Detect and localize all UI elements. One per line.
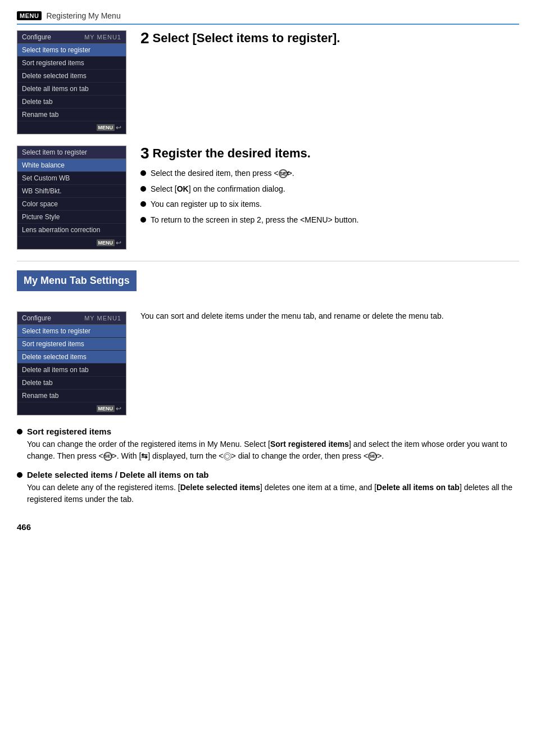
- step2-number: 2: [140, 30, 149, 46]
- step2-title: 2 Select [Select items to register].: [140, 30, 519, 46]
- step3-menu-text-icon: MENU: [97, 239, 115, 246]
- delete-bullet-title: Delete selected items / Delete all items…: [27, 470, 519, 479]
- step2-menu-item-1[interactable]: Sort registered items: [17, 57, 126, 70]
- step3-bullet-list: Select the desired item, then press <SET…: [140, 168, 519, 225]
- delete-bullet-content: Delete selected items / Delete all items…: [27, 470, 519, 505]
- step3-menu-back-arrow: ↩: [116, 239, 121, 247]
- delete-bullet-dot: [17, 472, 22, 478]
- step3-menu-icon: MENU ↩: [97, 239, 122, 247]
- step2-camera-menu: Configure MY MENU1 Select items to regis…: [17, 30, 126, 134]
- bullet-item-3: To return to the screen in step 2, press…: [140, 215, 519, 226]
- bullet-item-2: You can register up to six items.: [140, 199, 519, 210]
- set-icon: SET: [279, 169, 288, 178]
- section-menu-item-1[interactable]: Sort registered items: [17, 338, 126, 351]
- sort-bullet-content: Sort registered items You can change the…: [27, 427, 519, 462]
- section-menu-panel: Configure MY MENU1 Select items to regis…: [17, 311, 129, 415]
- bullet-text-1: Select [OK] on the confirmation dialog.: [151, 184, 519, 195]
- bullet-text-2: You can register up to six items.: [151, 199, 519, 210]
- step2-menu-item-3[interactable]: Delete all items on tab: [17, 83, 126, 96]
- page-footer: 466: [17, 522, 519, 532]
- step3-menu-header: Select item to register: [17, 146, 126, 159]
- bullet-dot-3: [140, 217, 146, 223]
- section-menu-footer: MENU ↩: [17, 402, 126, 415]
- section-row: Configure MY MENU1 Select items to regis…: [17, 311, 519, 415]
- section-menu-icon: MENU ↩: [97, 405, 122, 413]
- step2-menu-footer: MENU ↩: [17, 121, 126, 134]
- menu-back-arrow: ↩: [116, 124, 121, 132]
- step2-title-text: Select [Select items to register].: [153, 31, 340, 46]
- bullet-dot-2: [140, 201, 146, 207]
- page-number: 466: [17, 522, 31, 532]
- step2-menu-header-right: MY MENU1: [84, 34, 121, 40]
- section-menu-header: Configure MY MENU1: [17, 312, 126, 325]
- step3-menu-item-2[interactable]: WB Shift/Bkt.: [17, 185, 126, 198]
- step2-menu-header: Configure MY MENU1: [17, 31, 126, 44]
- section-menu-item-0[interactable]: Select items to register: [17, 325, 126, 338]
- section-menu-item-5[interactable]: Rename tab: [17, 390, 126, 402]
- section-menu-item-4[interactable]: Delete tab: [17, 377, 126, 390]
- my-menu-section: My Menu Tab Settings: [17, 270, 519, 300]
- step3-camera-menu: Select item to register White balance Se…: [17, 146, 126, 250]
- step3-content: 3 Register the desired items. Select the…: [140, 146, 519, 230]
- step3-menu-footer: MENU ↩: [17, 237, 126, 249]
- step3-menu-header-left: Select item to register: [22, 148, 87, 156]
- step3-menu-item-1[interactable]: Set Custom WB: [17, 172, 126, 185]
- section-camera-menu: Configure MY MENU1 Select items to regis…: [17, 311, 126, 415]
- step2-menu-icon: MENU ↩: [97, 124, 122, 132]
- section-description-text: You can sort and delete items under the …: [140, 311, 519, 320]
- bullet-item-0: Select the desired item, then press <SET…: [140, 168, 519, 179]
- delete-bullet: Delete selected items / Delete all items…: [17, 470, 519, 505]
- menu-badge: MENU: [17, 11, 42, 20]
- sort-set-icon: SET: [103, 452, 112, 461]
- page-header: MENU Registering My Menu: [17, 11, 519, 25]
- step2-menu-panel: Configure MY MENU1 Select items to regis…: [17, 30, 129, 134]
- step2-menu-item-2[interactable]: Delete selected items: [17, 70, 126, 83]
- section-menu-item-3[interactable]: Delete all items on tab: [17, 364, 126, 377]
- header-title: Registering My Menu: [46, 11, 120, 20]
- section-menu-item-2[interactable]: Delete selected items: [17, 351, 126, 364]
- step2-content: 2 Select [Select items to register].: [140, 30, 519, 53]
- step3-menu-item-3[interactable]: Color space: [17, 198, 126, 211]
- section-menu-text-icon: MENU: [97, 405, 115, 412]
- step2-menu-item-4[interactable]: Delete tab: [17, 96, 126, 108]
- bullet-dot-0: [140, 170, 146, 176]
- sort-bullet-text: You can change the order of the register…: [27, 438, 519, 462]
- bullet-text-3: To return to the screen in step 2, press…: [151, 215, 519, 226]
- lower-sections: Sort registered items You can change the…: [17, 427, 519, 505]
- step3-row: Select item to register White balance Se…: [17, 146, 519, 250]
- step3-title: 3 Register the desired items.: [140, 146, 519, 161]
- dial-icon: ◯: [224, 452, 231, 460]
- sort-set-icon2: SET: [368, 452, 377, 461]
- step3-menu-panel: Select item to register White balance Se…: [17, 146, 129, 250]
- step3-menu-item-0[interactable]: White balance: [17, 159, 126, 172]
- sort-bullet: Sort registered items You can change the…: [17, 427, 519, 462]
- step3-menu-item-4[interactable]: Picture Style: [17, 211, 126, 224]
- bullet-item-1: Select [OK] on the confirmation dialog.: [140, 184, 519, 195]
- bullet-text-0: Select the desired item, then press <SET…: [151, 168, 519, 179]
- step3-menu-item-5[interactable]: Lens aberration correction: [17, 224, 126, 237]
- sort-bullet-title: Sort registered items: [27, 427, 519, 436]
- sort-bullet-dot: [17, 429, 22, 434]
- section-menu-header-right: MY MENU1: [84, 315, 121, 322]
- menu-text-icon: MENU: [97, 124, 115, 131]
- section-description: You can sort and delete items under the …: [140, 311, 519, 320]
- section-menu-back-arrow: ↩: [116, 405, 121, 413]
- step2-menu-header-left: Configure: [22, 33, 51, 41]
- step2-row: Configure MY MENU1 Select items to regis…: [17, 30, 519, 134]
- step3-number: 3: [140, 146, 149, 161]
- step2-menu-item-5[interactable]: Rename tab: [17, 108, 126, 121]
- section-menu-header-left: Configure: [22, 314, 51, 322]
- bullet-dot-1: [140, 186, 146, 192]
- section-heading: My Menu Tab Settings: [17, 270, 137, 291]
- delete-bullet-text: You can delete any of the registered ite…: [27, 482, 519, 505]
- step3-title-text: Register the desired items.: [153, 146, 311, 161]
- step2-menu-item-0[interactable]: Select items to register: [17, 44, 126, 57]
- section-divider: [17, 261, 519, 261]
